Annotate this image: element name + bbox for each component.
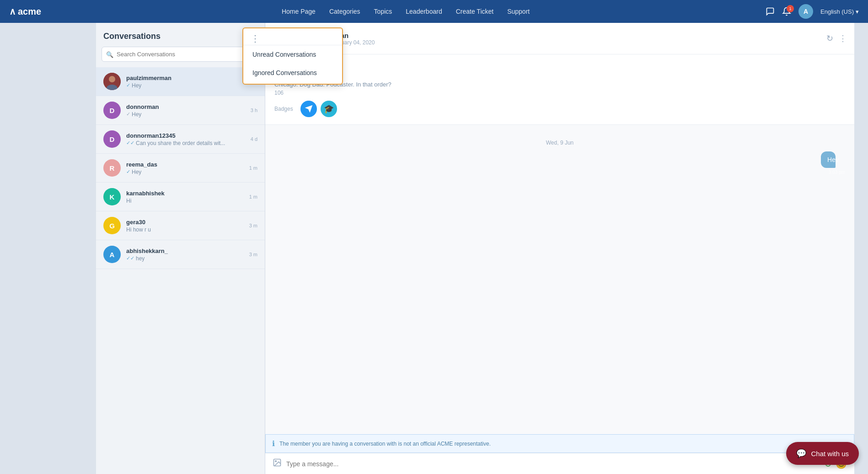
svg-point-7: [275, 461, 277, 462]
profile-id: 106: [274, 90, 845, 96]
message-bubble-sent: Hey 3:03 pm: [821, 151, 845, 175]
conv-time: 3 m: [249, 223, 257, 228]
conv-time: 1 m: [249, 194, 257, 199]
conv-preview: ✓ Hey: [126, 169, 244, 175]
conversation-item-abhishekkarn[interactable]: A abhishekkarn_ ✓✓ hey 3 m: [96, 240, 265, 269]
refresh-icon-button[interactable]: ↻: [826, 33, 833, 43]
nav-create-ticket[interactable]: Create Ticket: [456, 8, 493, 15]
chat-header: paulzimmerman Member since January 04, 2…: [265, 23, 854, 54]
conversation-item-gera30[interactable]: G gera30 Hi how r u 3 m: [96, 211, 265, 240]
main-container: Conversations 🔍 paulzimmerman ✓ Hey: [0, 23, 868, 474]
double-check-icon: ✓✓: [126, 255, 134, 261]
info-icon: ℹ: [272, 439, 275, 448]
dropdown-item-unread[interactable]: Unread Conversations: [243, 45, 342, 64]
conv-name: karnabhishek: [126, 190, 244, 197]
conv-info-paulzimmerman: paulzimmerman ✓ Hey: [126, 75, 252, 89]
nav-leaderboard[interactable]: Leaderboard: [406, 8, 442, 15]
nav-categories[interactable]: Categories: [329, 8, 360, 15]
nav-homepage[interactable]: Home Page: [282, 8, 316, 15]
message-row: Hey 3:03 pm: [274, 151, 845, 175]
user-avatar-nav[interactable]: A: [798, 4, 813, 19]
check-icon: ✓: [126, 82, 130, 88]
profile-name: paulzimmerman: [274, 62, 845, 70]
chat-with-us-icon: 💬: [796, 448, 806, 458]
chat-with-us-label: Chat with us: [811, 450, 849, 458]
conversations-panel: Conversations 🔍 paulzimmerman ✓ Hey: [96, 23, 265, 474]
conv-name: paulzimmerman: [126, 75, 252, 81]
avatar-karnabhishek: K: [103, 188, 121, 205]
conv-preview: Hi how r u: [126, 226, 244, 233]
double-check-icon: ✓✓: [126, 140, 134, 146]
avatar-gera30: G: [103, 217, 121, 234]
conv-info-donnorman12345: donnorman12345 ✓✓ Can you share the orde…: [126, 132, 245, 146]
conv-name: donnorman12345: [126, 132, 245, 139]
right-panel: [854, 23, 868, 474]
conversation-item-reema-das[interactable]: R reema_das ✓ Hey 1 m: [96, 154, 265, 183]
message-text: Hey: [821, 151, 836, 168]
chat-with-us-button[interactable]: 💬 Chat with us: [786, 442, 859, 465]
conversations-header: Conversations: [96, 23, 265, 47]
date-divider: Wed, 9 Jun: [274, 140, 845, 146]
avatar-paulzimmerman: [103, 73, 121, 90]
badge-telegram: [300, 101, 317, 117]
conv-info-gera30: gera30 Hi how r u: [126, 219, 244, 233]
notifications-icon-button[interactable]: 1: [782, 7, 791, 16]
warning-banner: ℹ The member you are having a conversati…: [265, 434, 854, 453]
badges-label: Badges: [274, 106, 293, 112]
nav-support[interactable]: Support: [507, 8, 530, 15]
message-input[interactable]: [286, 460, 820, 468]
nav-links: Home Page Categories Topics Leaderboard …: [59, 8, 752, 15]
message-time: 3:03 pm: [821, 170, 845, 175]
conv-preview: ✓ Hey: [126, 82, 252, 89]
sidebar: [0, 23, 96, 474]
conv-info-karnabhishek: karnabhishek Hi: [126, 190, 244, 204]
conv-preview: ✓✓ Can you share the order details wit..…: [126, 140, 245, 146]
top-navigation: ∧ acme Home Page Categories Topics Leade…: [0, 0, 868, 23]
dropdown-trigger-dots[interactable]: ⋮: [243, 30, 342, 45]
conversations-title: Conversations: [103, 32, 161, 41]
conv-name: reema_das: [126, 161, 244, 168]
conv-name: donnorman: [126, 103, 245, 110]
conv-preview: Hi: [126, 198, 244, 204]
conversations-list: paulzimmerman ✓ Hey D donnorman ✓ Hey: [96, 67, 265, 474]
conv-info-donnorman: donnorman ✓ Hey: [126, 103, 245, 118]
attachment-icon-button[interactable]: [273, 458, 282, 469]
conv-info-reema-das: reema_das ✓ Hey: [126, 161, 244, 175]
conversation-item-donnorman[interactable]: D donnorman ✓ Hey 3 h: [96, 96, 265, 125]
chat-header-actions: ↻ ⋮: [826, 33, 847, 43]
avatar-abhishekkarn: A: [103, 246, 121, 263]
conversation-item-karnabhishek[interactable]: K karnabhishek Hi 1 m: [96, 183, 265, 211]
notification-badge: 1: [787, 5, 794, 12]
search-icon: 🔍: [106, 51, 113, 58]
chat-messages: Wed, 9 Jun Hey 3:03 pm: [265, 125, 854, 434]
messages-icon-button[interactable]: [766, 7, 775, 16]
conv-time: 4 d: [251, 136, 257, 142]
dropdown-item-ignored[interactable]: Ignored Conversations: [243, 64, 342, 82]
profile-bio: Chicago. Dog Dad. Podcaster. In that ord…: [274, 81, 845, 88]
conv-info-abhishekkarn: abhishekkarn_ ✓✓ hey: [126, 248, 244, 262]
profile-joined: Joined on January 04, 2020: [274, 72, 845, 78]
warning-text: The member you are having a conversation…: [279, 441, 491, 447]
badge-graduation: 🎓: [321, 101, 337, 117]
check-icon: ✓: [126, 111, 130, 117]
dropdown-menu: ⋮ Unread Conversations Ignored Conversat…: [242, 27, 343, 85]
chat-input-area: ↻ 😊: [265, 453, 854, 474]
badges-row: Badges 🎓: [274, 101, 845, 117]
avatar-donnorman12345: D: [103, 130, 121, 148]
chat-area: paulzimmerman Member since January 04, 2…: [265, 23, 854, 474]
language-selector[interactable]: English (US) ▾: [820, 8, 859, 15]
svg-point-1: [109, 76, 115, 82]
conv-time: 1 m: [249, 165, 257, 171]
chat-user-since: Member since January 04, 2020: [296, 39, 821, 46]
conversation-item-donnorman12345[interactable]: D donnorman12345 ✓✓ Can you share the or…: [96, 125, 265, 154]
logo[interactable]: ∧ acme: [9, 6, 41, 17]
conv-name: gera30: [126, 219, 244, 226]
check-icon: ✓: [126, 169, 130, 175]
nav-topics[interactable]: Topics: [374, 8, 392, 15]
chat-username: paulzimmerman: [296, 32, 821, 39]
more-options-button[interactable]: ⋮: [839, 33, 847, 43]
conv-preview: ✓✓ hey: [126, 255, 244, 262]
search-box: 🔍: [102, 47, 259, 62]
search-input[interactable]: [102, 47, 259, 62]
conversation-item-paulzimmerman[interactable]: paulzimmerman ✓ Hey: [96, 67, 265, 96]
